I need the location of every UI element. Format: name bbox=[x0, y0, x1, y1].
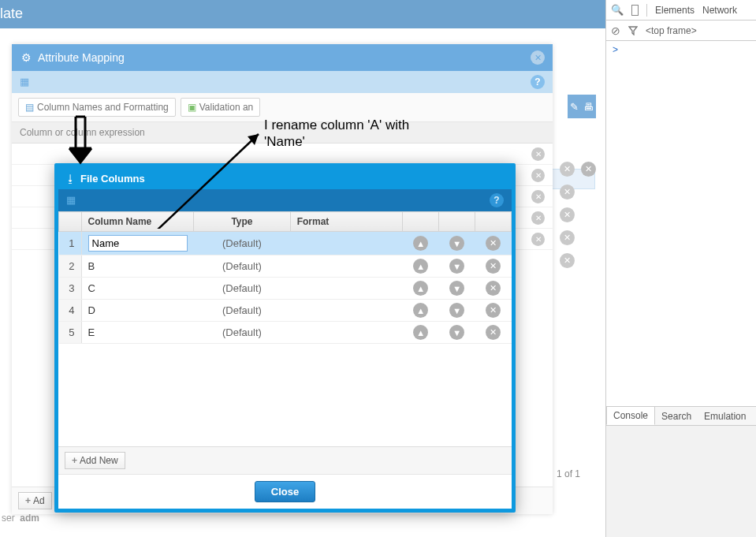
arrow-up-icon[interactable]: ▲ bbox=[413, 236, 428, 251]
type-cell[interactable]: (Default) bbox=[194, 278, 290, 300]
separator bbox=[646, 4, 647, 17]
frame-selector[interactable]: <top frame> bbox=[646, 25, 697, 36]
delete-cell: ✕ bbox=[475, 300, 512, 322]
arrow-up-icon[interactable]: ▲ bbox=[413, 259, 428, 274]
side-action-strip: ✎ 🖶 bbox=[568, 95, 596, 118]
column-name-cell[interactable]: C bbox=[81, 278, 194, 300]
index-header[interactable] bbox=[59, 212, 82, 232]
validation-button[interactable]: ▣ Validation an bbox=[181, 98, 261, 117]
attribute-mapping-header[interactable]: ⚙ Attribute Mapping ✕ bbox=[12, 44, 553, 71]
arrow-up-icon[interactable]: ▲ bbox=[413, 303, 428, 318]
table-row[interactable]: 4D(Default)▲▼✕ bbox=[59, 300, 512, 322]
help-icon[interactable]: ? bbox=[490, 193, 504, 207]
tab-console[interactable]: Console bbox=[606, 407, 655, 425]
arrow-down-icon[interactable]: ▼ bbox=[449, 259, 464, 274]
delete-icon[interactable]: ✕ bbox=[486, 325, 501, 340]
delete-icon[interactable]: ✕ bbox=[531, 169, 545, 182]
format-cell[interactable] bbox=[290, 255, 403, 278]
column-name-input[interactable] bbox=[88, 235, 188, 252]
search-icon[interactable]: 🔍 bbox=[611, 4, 624, 16]
arrow-down-icon[interactable]: ▼ bbox=[449, 236, 464, 251]
delete-icon[interactable]: ✕ bbox=[560, 185, 575, 200]
close-icon[interactable]: ✕ bbox=[531, 50, 545, 65]
delete-icon[interactable]: ✕ bbox=[486, 281, 501, 296]
add-new-button[interactable]: + Add New bbox=[65, 452, 125, 469]
delete-icon[interactable]: ✕ bbox=[560, 230, 575, 245]
delete-icon[interactable]: ✕ bbox=[531, 211, 545, 225]
column-name-cell[interactable]: E bbox=[81, 322, 194, 344]
print-icon[interactable]: 🖶 bbox=[583, 101, 594, 113]
type-cell[interactable]: (Default) bbox=[194, 300, 290, 322]
devtools-drawer-tabs: Console Search Emulation Rend bbox=[606, 407, 756, 426]
list-icon: ▤ bbox=[25, 102, 34, 113]
format-header[interactable]: Format bbox=[290, 212, 403, 232]
delete-icon[interactable]: ✕ bbox=[560, 253, 575, 268]
help-icon[interactable]: ? bbox=[531, 75, 545, 89]
delete-cell: ✕ bbox=[475, 232, 512, 255]
row-index: 5 bbox=[59, 322, 82, 344]
type-header[interactable]: Type bbox=[194, 212, 290, 232]
table-row[interactable]: 1(Default)▲▼✕ bbox=[59, 232, 512, 255]
attribute-mapping-subheader: ▦ ? bbox=[12, 71, 553, 93]
delete-icon[interactable]: ✕ bbox=[486, 259, 501, 274]
file-columns-footer: + Add New bbox=[58, 446, 512, 474]
file-columns-table: Column Name Type Format 1(Default)▲▼✕2B(… bbox=[58, 211, 512, 344]
move-up-cell: ▲ bbox=[403, 300, 439, 322]
user-info: ser adm bbox=[0, 513, 39, 524]
arrow-down-icon[interactable]: ▼ bbox=[449, 281, 464, 296]
type-cell[interactable]: (Default) bbox=[194, 255, 290, 278]
grid-icon[interactable]: ▦ bbox=[20, 76, 29, 88]
tab-search[interactable]: Search bbox=[655, 408, 698, 425]
attribute-mapping-toolbar: ▤ Column Names and Formatting ▣ Validati… bbox=[12, 93, 553, 122]
column-name-cell[interactable]: D bbox=[81, 300, 194, 322]
paging-info: 1 of 1 bbox=[557, 468, 588, 479]
column-name-cell[interactable]: B bbox=[81, 255, 194, 278]
arrow-up-icon[interactable]: ▲ bbox=[413, 281, 428, 296]
clear-icon[interactable]: ⊘ bbox=[611, 24, 620, 37]
row-index: 1 bbox=[59, 232, 82, 255]
delete-icon[interactable]: ✕ bbox=[531, 233, 545, 246]
close-button[interactable]: Close bbox=[255, 481, 315, 502]
file-columns-button-bar: Close bbox=[58, 474, 512, 509]
action-header bbox=[403, 212, 439, 232]
column-name-cell[interactable] bbox=[81, 232, 194, 255]
tab-network[interactable]: Network bbox=[702, 5, 737, 16]
pencil-icon[interactable]: ✎ bbox=[570, 101, 579, 113]
format-cell[interactable] bbox=[290, 300, 403, 322]
table-row[interactable]: ✕ bbox=[12, 144, 553, 165]
delete-icon[interactable]: ✕ bbox=[486, 236, 501, 251]
devtools-console[interactable]: > bbox=[606, 41, 756, 406]
column-names-label: Column Names and Formatting bbox=[37, 102, 169, 113]
format-cell[interactable] bbox=[290, 278, 403, 300]
table-row[interactable]: 2B(Default)▲▼✕ bbox=[59, 255, 512, 278]
table-row[interactable]: 3C(Default)▲▼✕ bbox=[59, 278, 512, 300]
arrow-down-icon[interactable]: ▼ bbox=[449, 303, 464, 318]
move-down-cell: ▼ bbox=[439, 300, 475, 322]
device-icon[interactable] bbox=[631, 5, 639, 16]
action-header bbox=[475, 212, 512, 232]
delete-icon[interactable]: ✕ bbox=[531, 147, 545, 161]
validation-label: Validation an bbox=[199, 102, 254, 113]
delete-icon[interactable]: ✕ bbox=[560, 162, 575, 177]
tab-rendering[interactable]: Rend bbox=[752, 408, 756, 425]
delete-icon[interactable]: ✕ bbox=[486, 303, 501, 318]
add-button[interactable]: + Ad bbox=[18, 492, 52, 509]
format-cell[interactable] bbox=[290, 322, 403, 344]
filter-icon[interactable] bbox=[628, 26, 638, 35]
tab-emulation[interactable]: Emulation bbox=[698, 408, 752, 425]
delete-icon[interactable]: ✕ bbox=[560, 207, 575, 222]
type-cell[interactable]: (Default) bbox=[194, 322, 290, 344]
column-name-header[interactable]: Column Name bbox=[81, 212, 194, 232]
file-columns-header[interactable]: ⭳ File Columns bbox=[58, 166, 512, 190]
delete-icon[interactable]: ✕ bbox=[531, 190, 545, 203]
format-cell[interactable] bbox=[290, 232, 403, 255]
delete-icon[interactable]: ✕ bbox=[581, 162, 596, 177]
column-names-button[interactable]: ▤ Column Names and Formatting bbox=[18, 98, 176, 117]
arrow-down-icon[interactable]: ▼ bbox=[449, 325, 464, 340]
arrow-up-icon[interactable]: ▲ bbox=[413, 325, 428, 340]
grid-icon[interactable]: ▦ bbox=[66, 194, 76, 206]
table-row[interactable]: 5E(Default)▲▼✕ bbox=[59, 322, 512, 344]
type-cell[interactable]: (Default) bbox=[194, 232, 290, 255]
tab-elements[interactable]: Elements bbox=[655, 5, 695, 16]
move-down-cell: ▼ bbox=[439, 232, 475, 255]
